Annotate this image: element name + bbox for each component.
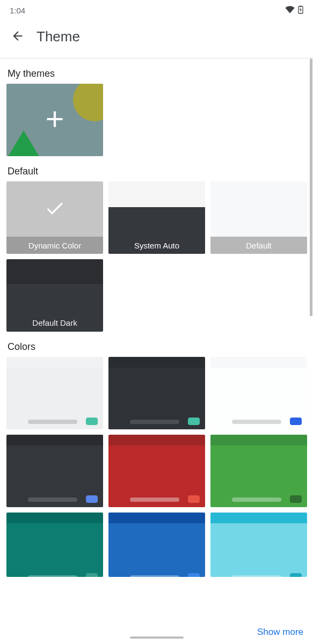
tile-label: Default Dark [6,318,103,327]
page-title: Theme [37,28,80,45]
svg-marker-3 [8,130,40,156]
theme-system-auto[interactable]: System Auto [108,181,205,254]
battery-icon [298,5,303,16]
tile-label: System Auto [134,241,179,250]
nav-handle[interactable] [130,636,184,639]
color-tile-5[interactable] [210,435,307,507]
back-icon[interactable] [11,29,25,45]
color-tile-7[interactable] [108,513,205,577]
tile-label: Default [246,241,272,250]
plus-icon [41,106,68,135]
check-icon [40,197,69,221]
section-colors: Colors [8,341,307,353]
color-tile-1[interactable] [108,357,205,429]
color-tile-0[interactable] [6,357,103,429]
tile-label: Dynamic Color [28,241,81,250]
color-tile-8[interactable] [210,513,307,577]
default-grid: Dynamic Color System Auto Default Defaul… [6,181,307,332]
add-theme-tile[interactable] [6,84,103,156]
theme-default[interactable]: Default [210,181,307,254]
color-tile-3[interactable] [6,435,103,507]
content: My themes Default Dynamic Color System A… [0,58,313,641]
color-tile-4[interactable] [108,435,205,507]
section-default: Default [8,166,307,177]
status-icons [285,5,303,16]
svg-point-2 [73,84,103,121]
scrollbar[interactable] [310,58,312,316]
svg-rect-1 [300,6,302,7]
status-bar: 1:04 [0,0,313,19]
section-my-themes: My themes [8,68,307,79]
app-bar: Theme [0,19,313,58]
wifi-icon [285,6,295,15]
my-themes-grid [6,84,307,156]
color-tile-6[interactable] [6,513,103,577]
color-tile-2[interactable] [210,357,307,429]
theme-dynamic-color[interactable]: Dynamic Color [6,181,103,254]
theme-default-dark[interactable]: Default Dark [6,259,103,332]
status-time: 1:04 [10,6,25,15]
show-more-link[interactable]: Show more [257,627,303,638]
colors-grid [6,357,307,577]
